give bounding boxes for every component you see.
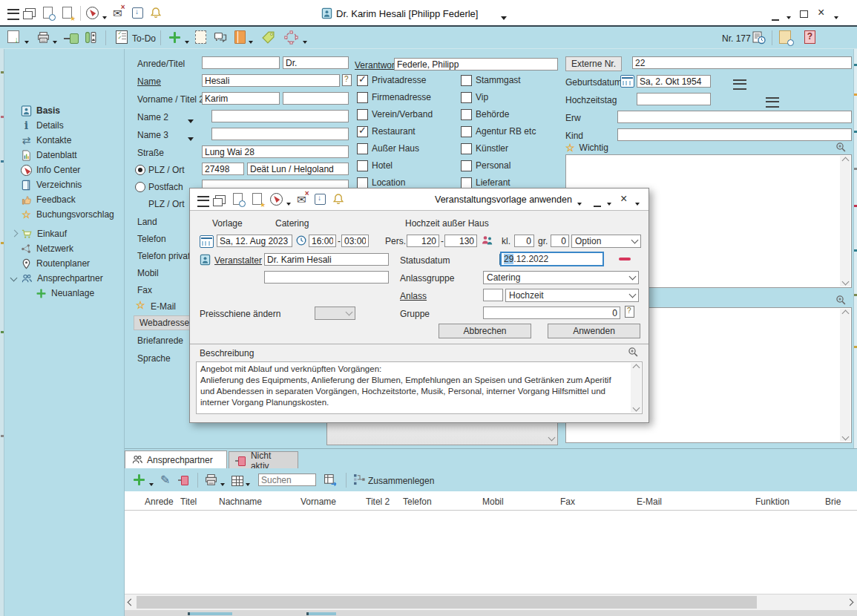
navigator-icon[interactable]	[86, 7, 99, 22]
anrede-input[interactable]	[202, 56, 280, 69]
kind-input[interactable]	[617, 128, 852, 141]
notes-zoom-icon[interactable]	[835, 295, 847, 306]
add-contact-icon[interactable]	[134, 474, 145, 488]
beschreibung-textarea[interactable]: Angebot mit Ablauf und verknüpften Vorgä…	[196, 361, 643, 414]
time-to-input[interactable]	[341, 235, 369, 247]
column-header-anrede[interactable]: Anrede	[145, 497, 174, 507]
checkbox-ausser-haus[interactable]	[357, 143, 368, 154]
vorname-input[interactable]	[202, 92, 280, 105]
note-history-icon[interactable]	[779, 30, 791, 46]
checkbox-lieferant[interactable]	[461, 177, 472, 189]
name2-dropdown-icon[interactable]	[188, 115, 194, 125]
gruppe-helper-icon[interactable]	[625, 306, 634, 320]
sidebar-item-kontakte[interactable]: ⇄ Kontakte	[21, 134, 71, 147]
pers-to-input[interactable]	[444, 235, 477, 247]
navigator-icon[interactable]	[270, 193, 283, 208]
maximize-button[interactable]	[800, 10, 808, 20]
wichtig-scrollbar[interactable]	[840, 156, 850, 286]
geburtsdatum-input[interactable]	[637, 75, 711, 88]
gr-input[interactable]	[551, 235, 569, 247]
name-input[interactable]	[202, 74, 340, 87]
windows-icon[interactable]	[25, 6, 36, 19]
favorite-document-icon[interactable]	[62, 7, 72, 21]
history-icon[interactable]	[752, 30, 766, 45]
merge-label[interactable]: Zusammenlegen	[368, 476, 434, 486]
checkbox-restaurant[interactable]	[357, 126, 368, 137]
merge-icon[interactable]	[353, 474, 366, 486]
checkbox-verein-verband[interactable]	[357, 109, 368, 120]
bell-icon[interactable]	[332, 193, 344, 206]
pers-from-input[interactable]	[407, 235, 439, 247]
checkbox-hotel[interactable]	[357, 160, 368, 171]
statusdatum-input[interactable]: 29.12.2022	[500, 252, 604, 266]
anlass-select[interactable]: Hochzeit	[505, 289, 639, 302]
column-header-email[interactable]: E-Mail	[637, 497, 662, 507]
checkbox-firmenadresse[interactable]	[357, 92, 368, 103]
sidebar-item-einkauf[interactable]: Einkauf	[21, 227, 67, 240]
right-edge-strip[interactable]	[853, 49, 857, 448]
connector-icon[interactable]	[64, 33, 79, 45]
person-scan-icon[interactable]	[85, 31, 97, 44]
sidebar-item-netzwerk[interactable]: Netzwerk	[21, 242, 73, 255]
sidebar-item-details[interactable]: i Details	[21, 119, 64, 132]
webadresse-button[interactable]: Webadresse	[134, 315, 195, 330]
add-contact-dropdown-icon[interactable]	[149, 478, 154, 488]
menu-icon[interactable]	[197, 196, 209, 209]
postfach-radio[interactable]	[135, 182, 145, 192]
recent-document-icon[interactable]	[233, 193, 243, 207]
sidebar-item-info-center[interactable]: Info Center	[21, 163, 80, 177]
checkin-icon[interactable]	[315, 194, 326, 207]
add-dropdown-icon[interactable]	[185, 36, 189, 46]
tag-icon[interactable]	[261, 30, 275, 45]
save-import-dropdown-icon[interactable]	[24, 36, 29, 46]
bell-icon[interactable]	[150, 7, 162, 19]
expand-chevron-icon[interactable]	[11, 230, 19, 237]
verantwortlich-input[interactable]	[394, 58, 558, 71]
column-header-nachname[interactable]: Nachname	[219, 497, 262, 507]
checkbox-behoerde[interactable]	[461, 109, 472, 120]
checkbox-personal[interactable]	[461, 160, 472, 171]
column-header-vorname[interactable]: Vorname	[301, 497, 336, 507]
menu-icon[interactable]	[7, 9, 19, 22]
favorite-document-icon[interactable]	[252, 193, 262, 207]
name3-dropdown-icon[interactable]	[188, 133, 194, 143]
hochzeitstag-input[interactable]	[637, 93, 711, 105]
sidebar-item-feedback[interactable]: Feedback	[21, 193, 76, 206]
veranstalter-input[interactable]	[264, 253, 389, 266]
dialog-minimize-button[interactable]	[594, 199, 601, 209]
column-header-brief[interactable]: Brie	[825, 497, 841, 507]
title-dropdown-icon[interactable]	[501, 12, 507, 22]
plz-ort-radio[interactable]	[135, 165, 145, 175]
scroll-left-icon[interactable]	[128, 599, 135, 606]
event-date-calendar-icon[interactable]	[200, 235, 214, 248]
column-header-fax[interactable]: Fax	[560, 497, 575, 507]
checkbox-privatadresse[interactable]	[357, 75, 368, 86]
printer-dropdown-icon[interactable]	[53, 36, 57, 46]
notes-scrollbar[interactable]	[840, 309, 850, 442]
minimize-dropdown-icon[interactable]	[787, 11, 791, 22]
minimize-button[interactable]	[772, 13, 779, 23]
sidebar-item-ansprechpartner[interactable]: Ansprechpartner	[21, 272, 103, 285]
save-import-icon[interactable]	[7, 30, 19, 45]
sidebar-item-neuanlage[interactable]: Neuanlage	[36, 286, 94, 300]
event-date-input[interactable]	[217, 235, 292, 247]
column-layout-icon[interactable]	[232, 476, 243, 486]
anlass-nr-input[interactable]	[483, 289, 503, 301]
help-icon[interactable]: ?	[804, 30, 815, 44]
sidebar-item-buchungsvorschlag[interactable]: ☆ Buchungsvorschlag	[21, 208, 114, 221]
deactivate-contact-icon[interactable]	[178, 476, 190, 485]
sidebar-item-routenplaner[interactable]: Routenplaner	[21, 257, 90, 270]
dialog-close-button[interactable]: ×	[620, 193, 627, 205]
externe-nr-button[interactable]: Externe Nr.	[565, 56, 622, 71]
strasse-input[interactable]	[202, 145, 349, 158]
navigator-dropdown-icon[interactable]	[102, 11, 107, 22]
print-list-icon[interactable]	[205, 474, 217, 486]
horizontal-scrollbar[interactable]	[125, 594, 857, 610]
dialog-title-dropdown-icon[interactable]	[577, 197, 582, 208]
cancel-button[interactable]: Abbrechen	[439, 324, 531, 338]
kl-input[interactable]	[514, 235, 534, 247]
geburtsdatum-calendar-icon[interactable]	[620, 75, 634, 88]
checkbox-stammgast[interactable]	[461, 75, 472, 86]
search-input[interactable]	[258, 474, 316, 486]
collapse-chevron-icon[interactable]	[10, 275, 18, 282]
